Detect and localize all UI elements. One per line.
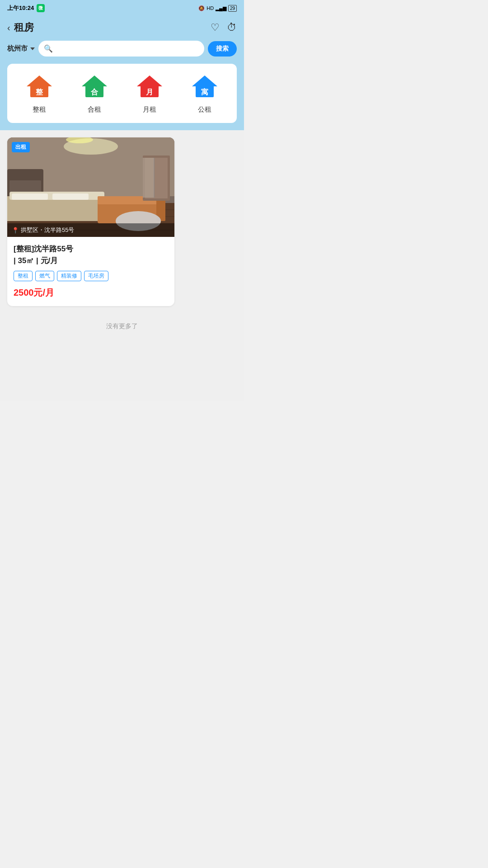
signal-icon: HD	[206, 5, 214, 11]
svg-rect-24	[12, 193, 48, 200]
hezu-label: 合租	[88, 105, 101, 114]
svg-text:整: 整	[36, 88, 43, 96]
room-scene	[7, 137, 174, 237]
category-zhengzu[interactable]: 整 整租	[25, 73, 54, 114]
location-bar: 📍 拱墅区・沈半路55号	[7, 223, 174, 237]
search-icon: 🔍	[44, 44, 53, 53]
history-icon[interactable]: ⏱	[227, 22, 237, 33]
page-title: 租房	[14, 21, 34, 34]
time-display: 上午10:24	[7, 4, 34, 12]
zhengzu-house-icon: 整	[26, 74, 53, 101]
listing-info: [整租]沈半路55号 | 35㎡ | 元/月 整租 燃气 精装修 毛坯房 250…	[7, 237, 174, 306]
yuezu-house-icon: 月	[136, 74, 163, 101]
battery-icon: 29	[228, 5, 237, 11]
tag-ranqi: 燃气	[35, 271, 54, 281]
mute-icon: 🔕	[198, 5, 205, 11]
header-right: ♡ ⏱	[211, 22, 237, 33]
hezu-icon-wrap: 合	[80, 73, 109, 102]
listing-title-line1: [整租]沈半路55号	[14, 245, 73, 253]
svg-marker-0	[27, 75, 52, 86]
svg-text:月: 月	[146, 88, 153, 96]
city-dropdown-arrow	[30, 47, 35, 50]
yuezu-icon-wrap: 月	[135, 73, 164, 102]
zhengzu-icon-wrap: 整	[25, 73, 54, 102]
category-section: 整 整租 合 合租 月 月租	[7, 64, 237, 123]
yuezu-label: 月租	[143, 105, 156, 114]
status-time-area: 上午10:24 微	[7, 4, 45, 12]
svg-text:合: 合	[90, 88, 99, 96]
category-hezu[interactable]: 合 合租	[80, 73, 109, 114]
search-bar: 杭州市 🔍 搜索	[0, 41, 244, 64]
listing-title: [整租]沈半路55号 | 35㎡ | 元/月	[14, 243, 168, 266]
wifi-icon: ▂▄▆	[216, 5, 226, 11]
svg-rect-32	[143, 158, 154, 198]
tag-zhengzu: 整租	[14, 271, 33, 281]
header: ‹ 租房 ♡ ⏱	[0, 16, 244, 41]
room-photo-svg	[7, 137, 174, 237]
gongzu-house-icon: 寓	[191, 74, 218, 101]
zhengzu-label: 整租	[33, 105, 46, 114]
search-button[interactable]: 搜索	[208, 41, 237, 57]
for-rent-badge: 出租	[12, 142, 30, 152]
gongzu-icon-wrap: 寓	[190, 73, 219, 102]
tag-jingzhuangxiu: 精装修	[57, 271, 81, 281]
listing-card[interactable]: 出租 📍 拱墅区・沈半路55号 [整租]沈半路55号 | 35㎡ | 元/月 整…	[7, 137, 174, 306]
listing-area: 出租 📍 拱墅区・沈半路55号 [整租]沈半路55号 | 35㎡ | 元/月 整…	[0, 130, 244, 401]
back-button[interactable]: ‹	[7, 23, 10, 33]
category-gongzu[interactable]: 寓 公租	[190, 73, 219, 114]
listing-location: 拱墅区・沈半路55号	[21, 226, 74, 234]
listing-image-wrap: 出租 📍 拱墅区・沈半路55号	[7, 137, 174, 237]
svg-text:寓: 寓	[201, 88, 208, 96]
city-name: 杭州市	[7, 44, 28, 53]
status-bar: 上午10:24 微 🔕 HD ▂▄▆ 29	[0, 0, 244, 16]
search-input[interactable]	[56, 45, 199, 52]
svg-marker-9	[192, 75, 217, 86]
category-yuezu[interactable]: 月 月租	[135, 73, 164, 114]
city-selector[interactable]: 杭州市	[7, 44, 35, 53]
search-input-wrap: 🔍	[38, 41, 204, 57]
listing-title-line2: | 35㎡ | 元/月	[14, 256, 58, 265]
wechat-icon: 微	[37, 4, 45, 12]
status-icons: 🔕 HD ▂▄▆ 29	[198, 5, 237, 11]
listing-tags: 整租 燃气 精装修 毛坯房	[14, 271, 168, 281]
svg-marker-3	[82, 75, 107, 86]
hezu-house-icon: 合	[81, 74, 108, 101]
header-left: ‹ 租房	[7, 21, 34, 34]
svg-rect-25	[52, 193, 89, 200]
no-more-text: 没有更多了	[0, 313, 244, 344]
tag-maopifang: 毛坯房	[84, 271, 108, 281]
listing-section: 出租 📍 拱墅区・沈半路55号 [整租]沈半路55号 | 35㎡ | 元/月 整…	[0, 130, 244, 313]
svg-marker-6	[137, 75, 162, 86]
location-pin-icon: 📍	[12, 227, 19, 234]
listing-price: 2500元/月	[14, 287, 168, 299]
svg-rect-22	[7, 196, 107, 221]
gongzu-label: 公租	[198, 105, 211, 114]
favorite-icon[interactable]: ♡	[211, 22, 220, 33]
